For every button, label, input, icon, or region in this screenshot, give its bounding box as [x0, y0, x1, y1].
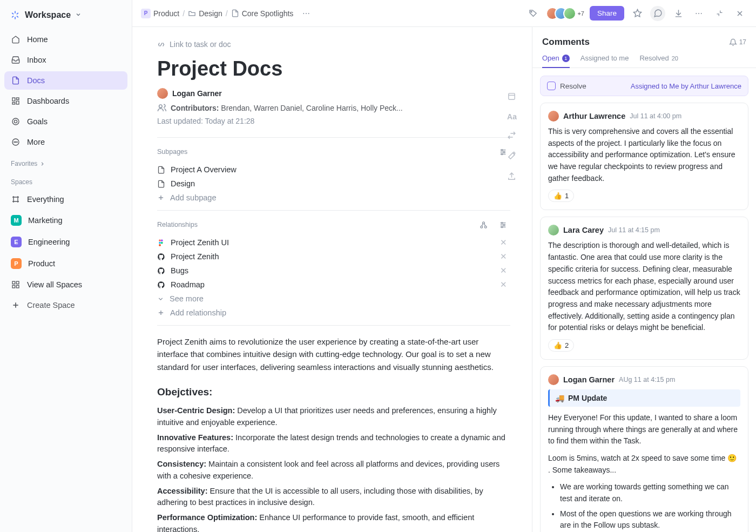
side-tools: Aa	[507, 92, 517, 183]
doc-icon	[157, 180, 165, 188]
more-options-icon[interactable]: ⋯	[691, 6, 706, 21]
avatar-more: +7	[577, 10, 584, 17]
tab-assigned[interactable]: Assigned to me	[580, 54, 629, 68]
plus-icon	[157, 194, 165, 201]
comment-bullet: Most of the open questions we are workin…	[560, 508, 740, 531]
crumb-page[interactable]: Core Spotlights	[231, 9, 294, 18]
resolve-checkbox-icon[interactable]	[547, 82, 556, 90]
svg-point-27	[503, 151, 505, 153]
workspace-logo-icon	[10, 10, 21, 21]
share-button[interactable]: Share	[590, 6, 624, 21]
close-icon[interactable]	[732, 6, 747, 21]
collapse-icon[interactable]	[712, 6, 727, 21]
space-everything-label: Everything	[27, 195, 64, 204]
view-all-spaces[interactable]: View all Spaces	[4, 275, 127, 294]
svg-point-44	[159, 244, 161, 246]
svg-rect-3	[12, 103, 15, 104]
download-icon[interactable]	[671, 6, 686, 21]
github-icon	[157, 267, 165, 275]
export-icon[interactable]	[507, 172, 517, 183]
favorites-label[interactable]: Favorites	[4, 153, 127, 170]
add-relationship[interactable]: Add relationship	[157, 306, 510, 320]
star-icon[interactable]	[630, 6, 645, 21]
intro-paragraph: Project Zenith aims to revolutionize the…	[157, 335, 510, 373]
nav-inbox[interactable]: Inbox	[4, 51, 127, 69]
space-everything[interactable]: Everything	[4, 190, 127, 208]
relationship-item[interactable]: Project Zenith ✕	[157, 250, 510, 264]
doc-body[interactable]: Project Zenith aims to revolutionize the…	[157, 325, 510, 532]
spaces-label: Spaces	[4, 172, 127, 188]
remove-relationship-icon[interactable]: ✕	[500, 266, 510, 275]
svg-point-28	[501, 153, 503, 155]
comment-icon[interactable]	[650, 6, 665, 21]
svg-rect-11	[16, 281, 19, 284]
pm-update-callout: 🚚 PM Update	[548, 389, 740, 407]
nav-more[interactable]: More	[4, 133, 127, 151]
resolve-action[interactable]: Resolve	[547, 82, 586, 90]
relationship-settings-icon[interactable]	[495, 217, 510, 232]
relationship-item[interactable]: Roadmap ✕	[157, 278, 510, 292]
nav-dashboards[interactable]: Dashboards	[4, 92, 127, 110]
crumb-design[interactable]: Design	[188, 9, 222, 18]
sidebar: Workspace Home Inbox Docs Dashboards Goa…	[0, 0, 132, 532]
doc-contributors[interactable]: Contributors: Brendan, Warren Daniel, Ca…	[157, 103, 510, 112]
create-space[interactable]: Create Space	[4, 296, 127, 314]
nav-docs[interactable]: Docs	[4, 71, 127, 90]
subpage-item[interactable]: Project A Overview	[157, 163, 510, 177]
comment-body: This is very comprehensive and covers al…	[548, 126, 740, 184]
doc-updated: Last updated: Today at 21:28	[157, 117, 510, 125]
doc-title[interactable]: Project Docs	[157, 57, 510, 80]
plus-icon	[11, 300, 21, 310]
notifications-badge[interactable]: 17	[729, 38, 746, 46]
avatar-stack[interactable]: +7	[546, 7, 584, 20]
svg-rect-2	[16, 101, 19, 104]
comments-panel: Comments 17 Open 1 Assigned to me Resolv…	[532, 27, 756, 532]
relationships-section: Relationships Project Zenith UI ✕ Projec…	[157, 210, 510, 320]
crumb-product[interactable]: P Product	[141, 9, 179, 18]
tab-open[interactable]: Open 1	[542, 54, 570, 68]
svg-rect-13	[16, 285, 19, 288]
nav-goals[interactable]: Goals	[4, 112, 127, 131]
template-icon[interactable]	[507, 92, 517, 103]
relationship-item[interactable]: Project Zenith UI ✕	[157, 235, 510, 250]
space-product[interactable]: P Product	[4, 254, 127, 273]
workspace-switcher[interactable]: Workspace	[4, 6, 127, 28]
ai-wand-icon[interactable]	[507, 151, 517, 162]
remove-relationship-icon[interactable]: ✕	[500, 238, 510, 247]
comment-author: Arthur Lawrence	[563, 112, 625, 120]
space-marketing[interactable]: M Marketing	[4, 211, 127, 230]
people-icon	[157, 103, 166, 112]
remove-relationship-icon[interactable]: ✕	[500, 280, 510, 289]
tag-icon[interactable]	[525, 6, 541, 21]
relationship-link-icon[interactable]	[476, 217, 491, 232]
resolve-assigned: Assigned to Me by Arthur Lawrence	[631, 82, 741, 90]
tab-resolved[interactable]: Resolved 20	[639, 54, 678, 68]
svg-point-32	[480, 226, 482, 228]
nav-home[interactable]: Home	[4, 30, 127, 49]
comment-time: Jul 11 at 4:15 pm	[608, 226, 660, 234]
chevron-down-icon	[157, 295, 164, 302]
transform-icon[interactable]	[507, 131, 517, 142]
breadcrumb-more-icon[interactable]: ⋯	[299, 6, 314, 21]
github-icon	[157, 253, 165, 261]
reaction-thumbs-up[interactable]: 👍 1	[548, 190, 574, 202]
font-icon[interactable]: Aa	[507, 112, 517, 121]
link-to-task[interactable]: Link to task or doc	[157, 40, 510, 49]
comment-card[interactable]: Lara Carey Jul 11 at 4:15 pm The descrip…	[540, 217, 748, 360]
chevron-right-icon	[39, 161, 45, 167]
svg-point-4	[12, 118, 19, 125]
space-engineering[interactable]: E Engineering	[4, 232, 127, 252]
subpage-item[interactable]: Design	[157, 177, 510, 191]
chevron-down-icon	[75, 10, 82, 20]
remove-relationship-icon[interactable]: ✕	[500, 252, 510, 261]
reaction-thumbs-up[interactable]: 👍 2	[548, 339, 574, 352]
doc-author[interactable]: Logan Garner	[157, 88, 510, 99]
comment-card[interactable]: Arthur Lawrence Jul 11 at 4:00 pm This i…	[540, 103, 748, 210]
space-badge-m: M	[11, 215, 22, 226]
comment-card[interactable]: Logan Garner AUg 11 at 4:15 pm 🚚 PM Upda…	[540, 366, 748, 532]
comment-bullet: We are working towards getting something…	[560, 481, 740, 504]
add-subpage[interactable]: Add subpage	[157, 191, 510, 205]
see-more-relationships[interactable]: See more	[157, 292, 510, 306]
truck-icon: 🚚	[555, 394, 564, 402]
relationship-item[interactable]: Bugs ✕	[157, 264, 510, 278]
